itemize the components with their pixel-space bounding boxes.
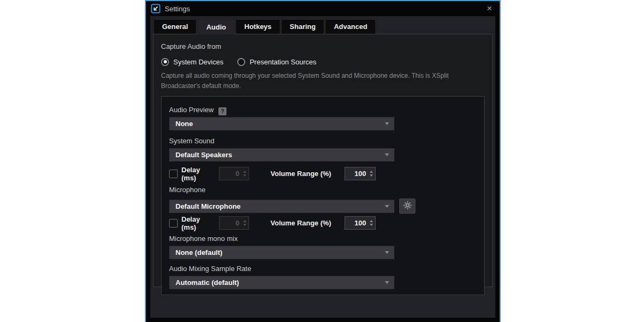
chevron-down-icon (385, 122, 389, 125)
system-volume-value: 100 (354, 170, 366, 178)
audio-preview-label-text: Audio Preview (169, 106, 214, 114)
sample-rate-label: Audio Mixing Sample Rate (169, 265, 477, 273)
spinner-arrows (370, 167, 373, 180)
spinner-down-icon[interactable] (370, 224, 373, 226)
tab-audio[interactable]: Audio (198, 19, 234, 34)
spinner-arrows (370, 217, 373, 229)
spinner-arrows (243, 167, 246, 180)
tab-strip: General Audio Hotkeys Sharing Advanced (150, 16, 495, 34)
capture-source-radio-group: System Devices Presentation Sources (161, 57, 485, 66)
spinner-down-icon[interactable] (243, 174, 246, 177)
help-icon[interactable]: ? (218, 107, 226, 115)
tab-general[interactable]: General (154, 20, 196, 34)
microphone-delay-row: Delay (ms) 0 Volume Range (%) 100 (169, 216, 477, 230)
microphone-delay-spinner[interactable]: 0 (219, 216, 249, 230)
settings-window: Settings × General Audio Hotkeys Sharing… (145, 0, 501, 322)
gear-icon (403, 201, 412, 212)
spinner-arrows (243, 217, 246, 229)
audio-devices-panel: Audio Preview? None System Sound Default… (161, 96, 485, 295)
radio-presentation-sources-label[interactable]: Presentation Sources (250, 58, 316, 66)
chevron-down-icon (385, 251, 389, 254)
microphone-row: Default Microphone (169, 196, 477, 211)
spinner-up-icon[interactable] (243, 171, 246, 173)
microphone-volume-label: Volume Range (%) (270, 219, 331, 227)
xsplit-logo-icon (151, 4, 160, 13)
microphone-volume-value: 100 (354, 219, 366, 227)
capture-mode-description: Capture all audio coming through your se… (161, 71, 485, 91)
sample-rate-dropdown[interactable]: Automatic (default) (169, 276, 394, 289)
window-title: Settings (165, 5, 190, 13)
chevron-down-icon (385, 205, 389, 208)
microphone-delay-checkbox[interactable] (169, 219, 178, 228)
title-bar: Settings × (146, 1, 500, 16)
microphone-settings-button[interactable] (399, 199, 415, 214)
spinner-down-icon[interactable] (243, 224, 246, 226)
window-content: General Audio Hotkeys Sharing Advanced C… (150, 16, 495, 318)
tab-advanced[interactable]: Advanced (326, 20, 375, 34)
microphone-delay-label: Delay (ms) (181, 215, 213, 231)
spinner-up-icon[interactable] (370, 220, 373, 222)
microphone-volume-spinner[interactable]: 100 (345, 216, 376, 230)
microphone-delay-value: 0 (236, 219, 239, 227)
microphone-dropdown[interactable]: Default Microphone (169, 200, 394, 213)
system-delay-checkbox[interactable] (169, 170, 178, 178)
radio-system-devices[interactable] (161, 58, 169, 66)
sample-rate-value: Automatic (default) (170, 279, 239, 287)
spinner-up-icon[interactable] (243, 220, 246, 222)
system-sound-dropdown[interactable]: Default Speakers (169, 148, 394, 162)
mono-mix-label: Microphone mono mix (169, 235, 477, 243)
system-volume-label: Volume Range (%) (270, 170, 331, 178)
system-sound-delay-row: Delay (ms) 0 Volume Range (%) 100 (169, 167, 477, 180)
mono-mix-value: None (default) (170, 248, 222, 257)
audio-tab-panel: Capture Audio from System Devices Presen… (153, 34, 493, 287)
microphone-value: Default Microphone (170, 202, 240, 210)
radio-presentation-sources[interactable] (237, 58, 245, 66)
audio-preview-dropdown[interactable]: None (169, 117, 394, 130)
tab-sharing[interactable]: Sharing (282, 20, 324, 34)
system-delay-spinner[interactable]: 0 (219, 167, 249, 180)
radio-system-devices-label[interactable]: System Devices (173, 58, 223, 66)
chevron-down-icon (385, 153, 389, 156)
chevron-down-icon (385, 281, 389, 284)
audio-preview-label: Audio Preview? (169, 106, 477, 114)
audio-preview-value: None (170, 120, 193, 128)
system-delay-value: 0 (236, 170, 239, 178)
microphone-label: Microphone (169, 186, 477, 194)
capture-audio-heading: Capture Audio from (161, 42, 485, 50)
mono-mix-dropdown[interactable]: None (default) (169, 246, 394, 259)
spinner-up-icon[interactable] (370, 171, 373, 173)
system-delay-label: Delay (ms) (181, 166, 213, 182)
close-icon[interactable]: × (482, 3, 496, 14)
system-volume-spinner[interactable]: 100 (345, 167, 376, 180)
spinner-down-icon[interactable] (370, 174, 373, 177)
tab-hotkeys[interactable]: Hotkeys (236, 20, 280, 34)
system-sound-value: Default Speakers (170, 151, 232, 159)
system-sound-label: System Sound (169, 137, 477, 145)
